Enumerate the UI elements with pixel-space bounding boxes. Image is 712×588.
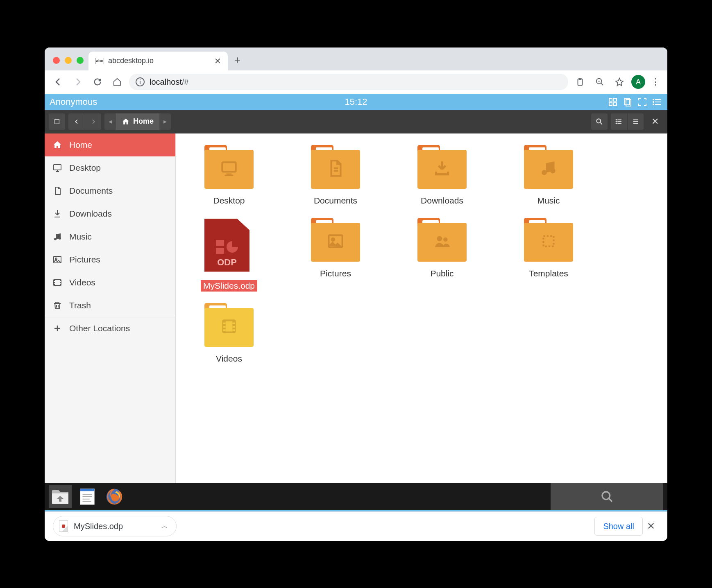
file-item-templates[interactable]: Templates (512, 219, 585, 292)
tab-close-button[interactable]: ✕ (214, 56, 221, 66)
fm-search-button[interactable] (591, 113, 608, 130)
zoom-out-icon[interactable] (592, 74, 608, 90)
url-text: localhost/# (150, 77, 189, 87)
show-all-button[interactable]: Show all (594, 517, 643, 536)
sidebar-item-label: Videos (69, 278, 95, 287)
file-manager-body: HomeDesktopDocumentsDownloadsMusicPictur… (45, 133, 667, 483)
svg-rect-37 (54, 280, 55, 285)
tab-title: abcdesktop.io (108, 57, 154, 65)
apps-grid-icon[interactable] (608, 97, 618, 107)
clipboard-stack-icon[interactable] (622, 97, 633, 107)
svg-rect-65 (232, 329, 235, 331)
fm-path-label: Home (133, 117, 154, 126)
sidebar-item-desktop[interactable]: Desktop (45, 156, 175, 179)
back-button[interactable] (50, 74, 66, 90)
fullscreen-icon[interactable] (637, 97, 648, 107)
avatar-letter: A (636, 78, 641, 86)
fm-close-button[interactable]: ✕ (647, 113, 663, 130)
browser-tab[interactable]: abc abcdesktop.io ✕ (88, 52, 228, 70)
dock-file-manager[interactable] (49, 485, 72, 508)
file-item-videos[interactable]: Videos (192, 304, 266, 364)
sidebar-item-documents[interactable]: Documents (45, 179, 175, 202)
file-label: Documents (311, 195, 360, 206)
window-minimize-button[interactable] (65, 57, 72, 64)
window-maximize-button[interactable] (77, 57, 84, 64)
fm-view-group (611, 113, 644, 130)
svg-point-23 (616, 119, 617, 120)
home-button[interactable] (109, 74, 125, 90)
download-chevron-icon[interactable]: ︿ (161, 522, 168, 531)
sidebar-item-home[interactable]: Home (45, 133, 175, 156)
dock-search-button[interactable] (551, 483, 663, 510)
sidebar-item-downloads[interactable]: Downloads (45, 202, 175, 225)
svg-point-16 (653, 104, 654, 105)
site-info-icon[interactable]: i (136, 77, 145, 86)
browser-menu-button[interactable]: ⋮ (649, 77, 662, 87)
sidebar-item-music[interactable]: Music (45, 225, 175, 248)
svg-rect-29 (54, 165, 61, 170)
fm-back-button[interactable] (68, 113, 85, 130)
odp-file-icon: ODP (204, 219, 254, 276)
new-tab-button[interactable]: + (228, 54, 247, 70)
video-icon (52, 277, 63, 288)
reload-button[interactable] (90, 74, 105, 90)
sidebar-item-other[interactable]: Other Locations (45, 317, 175, 340)
file-item-myslides-odp[interactable]: ODPMySlides.odp (192, 219, 266, 292)
list-menu-icon[interactable] (652, 97, 662, 107)
svg-rect-7 (609, 103, 612, 106)
file-item-desktop[interactable]: Desktop (192, 146, 266, 206)
forward-button[interactable] (70, 74, 86, 90)
fm-path-home[interactable]: Home (116, 113, 159, 130)
fm-path-next[interactable]: ▸ (159, 113, 171, 130)
address-bar[interactable]: i localhost/# (129, 74, 568, 90)
file-item-music[interactable]: Music (512, 146, 585, 206)
fm-menu-button[interactable] (627, 113, 644, 130)
music-icon (52, 231, 63, 242)
profile-avatar[interactable]: A (631, 75, 645, 89)
folder-icon (524, 219, 573, 264)
svg-point-53 (332, 238, 334, 241)
file-label: Desktop (211, 195, 247, 206)
sidebar-item-videos[interactable]: Videos (45, 271, 175, 294)
dock-firefox[interactable] (103, 485, 126, 508)
sidebar-item-pictures[interactable]: Pictures (45, 248, 175, 271)
file-item-downloads[interactable]: Downloads (405, 146, 479, 206)
folder-icon (204, 304, 254, 349)
download-bar-close-button[interactable]: ✕ (643, 520, 659, 532)
picture-icon (52, 254, 63, 265)
fm-new-window-button[interactable] (49, 113, 65, 130)
clipboard-icon[interactable] (572, 74, 588, 90)
svg-rect-64 (232, 326, 235, 328)
folder-icon (204, 146, 254, 191)
svg-rect-5 (609, 98, 612, 101)
sidebar-item-label: Music (69, 232, 92, 242)
bookmark-star-icon[interactable] (612, 74, 627, 90)
file-item-documents[interactable]: Documents (299, 146, 372, 206)
svg-rect-38 (60, 280, 61, 285)
doc-icon (52, 185, 63, 196)
file-item-pictures[interactable]: Pictures (299, 219, 372, 292)
svg-point-33 (59, 237, 61, 240)
svg-rect-56 (544, 236, 554, 247)
download-chip[interactable]: MySlides.odp ︿ (53, 516, 177, 536)
fm-path-prev[interactable]: ◂ (104, 113, 116, 130)
download-filename: MySlides.odp (74, 522, 123, 531)
dock-text-editor[interactable] (76, 485, 99, 508)
svg-point-35 (55, 258, 57, 260)
file-label: Videos (213, 353, 245, 364)
folder-icon (524, 146, 573, 191)
file-item-public[interactable]: Public (405, 219, 479, 292)
fm-forward-button[interactable] (85, 113, 101, 130)
url-host: localhost (150, 77, 182, 86)
url-path: /# (182, 77, 189, 86)
folder-icon (417, 146, 467, 191)
svg-rect-63 (232, 323, 235, 324)
window-close-button[interactable] (53, 57, 60, 64)
file-manager-toolbar: ◂ Home ▸ ✕ (45, 110, 667, 133)
sidebar-item-trash[interactable]: Trash (45, 294, 175, 317)
svg-point-74 (602, 492, 610, 500)
svg-rect-41 (60, 281, 61, 282)
fm-list-view-button[interactable] (611, 113, 627, 130)
svg-rect-8 (614, 103, 617, 106)
download-bar: MySlides.odp ︿ Show all ✕ (45, 511, 667, 541)
